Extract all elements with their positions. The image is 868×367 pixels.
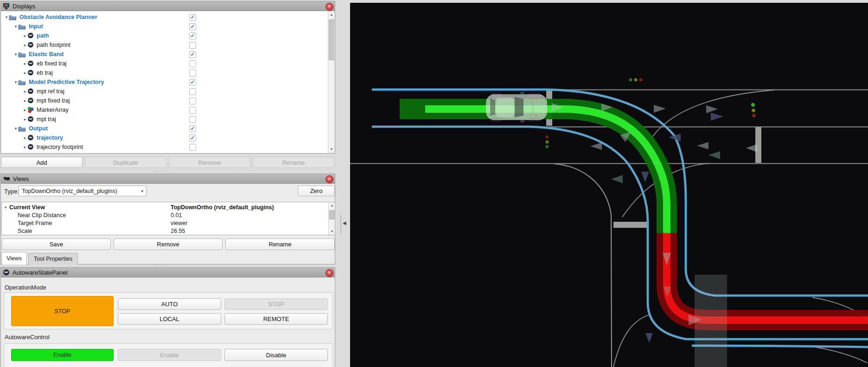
visibility-checkbox[interactable]: [189, 60, 196, 67]
views-close-icon[interactable]: ✕: [326, 175, 333, 183]
tree-row-label: Output: [29, 125, 48, 132]
visibility-checkbox[interactable]: [189, 97, 196, 104]
tree-row[interactable]: ▾Elastic Band: [1, 50, 334, 59]
enable-button: Enable: [118, 349, 221, 361]
side-splitter[interactable]: [340, 214, 341, 234]
render-viewport[interactable]: [349, 0, 868, 367]
expand-icon[interactable]: ▸: [23, 135, 27, 140]
tab-tool-properties[interactable]: Tool Properties: [28, 253, 78, 264]
expand-icon[interactable]: ▸: [23, 71, 27, 75]
visibility-checkbox[interactable]: ✓: [189, 51, 196, 58]
scroll-down-icon[interactable]: ▼: [328, 146, 334, 153]
visibility-checkbox[interactable]: [189, 144, 196, 151]
table-row[interactable]: Scale 26.55: [2, 227, 335, 235]
tree-row[interactable]: ▾Input: [1, 22, 334, 31]
panel-splitter[interactable]: ······: [153, 169, 167, 174]
remove-view-button[interactable]: Remove: [114, 238, 223, 250]
tree-row[interactable]: ▸trajectory footprint: [1, 142, 334, 152]
collapse-panel-icon[interactable]: ◀: [343, 220, 346, 225]
tree-row[interactable]: ▸mpt fixed traj: [1, 96, 334, 105]
scrollbar-handle[interactable]: [329, 210, 335, 219]
visibility-checkbox[interactable]: [189, 107, 196, 114]
visibility-checkbox[interactable]: [189, 42, 196, 49]
expand-icon[interactable]: ▸: [23, 43, 27, 47]
visibility-checkbox[interactable]: ✓: [189, 32, 196, 39]
zero-button[interactable]: Zero: [298, 186, 335, 196]
scroll-down-icon[interactable]: ▼: [329, 228, 335, 235]
rename-view-button[interactable]: Rename: [225, 238, 335, 250]
tree-row-label: mpt traj: [37, 116, 56, 122]
tab-views[interactable]: Views: [1, 252, 27, 264]
expand-icon[interactable]: ▾: [13, 24, 18, 29]
visibility-checkbox[interactable]: ✓: [189, 125, 196, 132]
tree-row-label: trajectory: [37, 135, 63, 141]
map-scene: [349, 0, 868, 367]
operation-mode-group: STOP AUTO STOP LOCAL REMOTE: [4, 292, 333, 329]
local-button[interactable]: LOCAL: [118, 313, 221, 325]
tree-row[interactable]: ▾Output: [1, 124, 334, 133]
view-type-value: TopDownOrtho (rviz_default_plugins): [22, 188, 117, 194]
remote-button[interactable]: REMOTE: [224, 313, 328, 325]
displays-scrollbar[interactable]: ▲ ▼: [328, 11, 334, 153]
scrollbar-handle[interactable]: [329, 19, 334, 60]
expand-icon[interactable]: ▾: [2, 205, 9, 210]
tree-row[interactable]: ▸mpt ref traj: [1, 87, 334, 96]
tree-row[interactable]: ▸path footprint: [1, 40, 334, 50]
chevron-down-icon: ▾: [137, 189, 143, 193]
tree-row[interactable]: ▸eb fixed traj: [1, 59, 334, 68]
expand-icon[interactable]: ▸: [23, 117, 27, 122]
autoware-control-label: AutowareControl: [5, 334, 50, 341]
tree-row[interactable]: ▸mpt traj: [1, 115, 334, 124]
expand-icon[interactable]: ▸: [23, 61, 27, 66]
displays-close-icon[interactable]: ✕: [326, 3, 333, 11]
expand-icon[interactable]: ▾: [13, 52, 18, 57]
tree-row[interactable]: ▸path: [1, 31, 334, 40]
autoware-titlebar[interactable]: AutowareStatePanel ✕: [1, 268, 335, 277]
visibility-checkbox[interactable]: ✓: [189, 135, 196, 142]
operation-mode-state-button[interactable]: STOP: [11, 296, 114, 326]
expand-icon[interactable]: ▸: [23, 33, 27, 38]
autoware-display-icon: [27, 144, 34, 150]
auto-button[interactable]: AUTO: [118, 298, 221, 310]
view-type-combo[interactable]: TopDownOrtho (rviz_default_plugins) ▾: [19, 186, 147, 196]
displays-panel: Displays ✕ ▾Obstacle Avoidance Planner ▾…: [0, 1, 335, 154]
views-scrollbar[interactable]: ▲ ▼: [328, 202, 335, 235]
scroll-up-icon[interactable]: ▲: [329, 202, 335, 209]
scroll-up-icon[interactable]: ▲: [328, 12, 334, 18]
autoware-display-icon: [27, 70, 34, 76]
visibility-checkbox[interactable]: [189, 116, 196, 123]
save-view-button[interactable]: Save: [2, 238, 111, 250]
expand-icon[interactable]: ▸: [23, 145, 27, 149]
expand-icon[interactable]: ▾: [13, 126, 18, 131]
table-row[interactable]: Near Clip Distance 0.01: [2, 211, 335, 219]
expand-icon[interactable]: ▸: [23, 89, 27, 94]
control-state-button[interactable]: Enable: [11, 349, 114, 361]
autoware-control-group: Enable Enable Disable: [4, 343, 333, 367]
expand-icon[interactable]: ▾: [4, 15, 9, 19]
visibility-checkbox[interactable]: ✓: [189, 79, 196, 86]
displays-titlebar[interactable]: Displays ✕: [1, 1, 335, 11]
add-button[interactable]: Add: [1, 157, 83, 168]
displays-tree: ▾Obstacle Avoidance Planner ▾Input ▸path…: [1, 11, 334, 153]
autoware-icon: [3, 269, 10, 276]
disable-button[interactable]: Disable: [224, 349, 328, 361]
tree-row[interactable]: ▸MarkerArray: [1, 105, 334, 115]
expand-icon[interactable]: ▾: [13, 80, 18, 84]
visibility-checkbox[interactable]: [189, 70, 196, 77]
tree-row[interactable]: ▾Obstacle Avoidance Planner: [1, 13, 334, 22]
tree-row-label: trajectory footprint: [37, 144, 83, 150]
visibility-checkbox[interactable]: [189, 88, 196, 95]
visibility-checkbox[interactable]: ✓: [189, 14, 196, 21]
visibility-checkbox[interactable]: ✓: [189, 23, 196, 30]
tree-row-label: path footprint: [37, 42, 70, 48]
tree-row[interactable]: ▸trajectory: [1, 133, 334, 142]
autoware-close-icon[interactable]: ✕: [326, 269, 333, 277]
views-titlebar[interactable]: Views ✕: [1, 174, 335, 184]
expand-icon[interactable]: ▸: [23, 98, 27, 103]
tree-row[interactable]: ▾Model Predictive Trajectory: [1, 77, 334, 87]
table-row[interactable]: Target Frame viewer: [2, 219, 335, 227]
camera-icon: [3, 176, 10, 181]
tree-row[interactable]: ▸eb traj: [1, 68, 334, 77]
expand-icon[interactable]: ▸: [23, 108, 27, 112]
table-row[interactable]: ▾ Current View TopDownOrtho (rviz_defaul…: [2, 203, 335, 211]
